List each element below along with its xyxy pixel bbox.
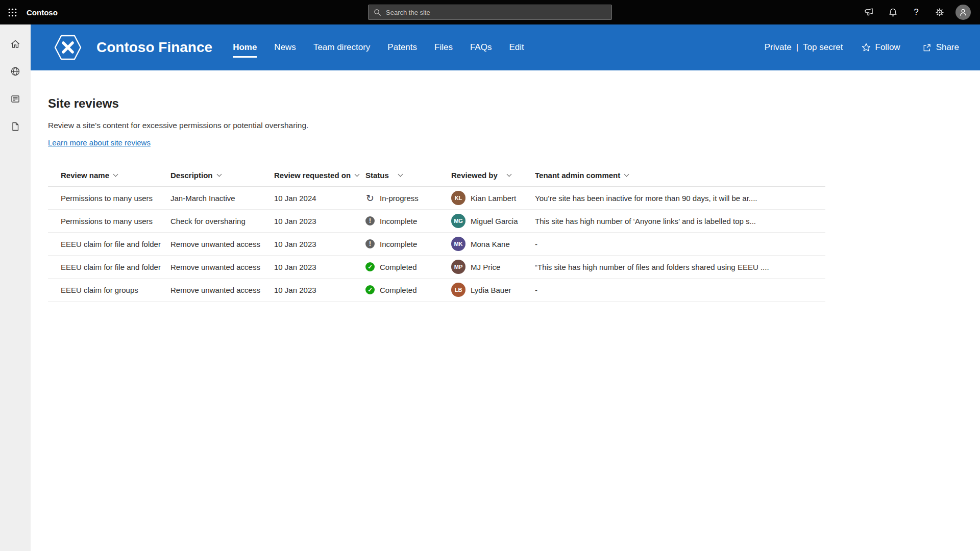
reviewer-avatar: KL — [451, 191, 465, 205]
reviewer-name: Kian Lambert — [471, 194, 516, 203]
share-button[interactable]: Share — [919, 42, 962, 53]
reviewer-name: Miguel Garcia — [471, 217, 518, 226]
chevron-down-icon — [355, 172, 360, 177]
contoso-logo-icon — [53, 32, 83, 63]
nav-edit[interactable]: Edit — [509, 37, 524, 58]
column-header-reviewed-by[interactable]: Reviewed by — [451, 171, 535, 180]
account-button[interactable] — [951, 0, 975, 24]
announcements-button[interactable] — [857, 0, 881, 24]
suite-actions: ? — [857, 0, 980, 24]
comment-cell: You’re site has been inactive for more t… — [535, 194, 825, 203]
follow-button[interactable]: Follow — [859, 42, 903, 53]
chevron-down-icon — [398, 172, 403, 177]
reviewed-by-cell: MK Mona Kane — [451, 237, 535, 251]
nav-files[interactable]: Files — [434, 37, 453, 58]
reviewer-name: Mona Kane — [471, 240, 510, 248]
bell-icon — [888, 8, 898, 17]
comment-cell: - — [535, 240, 825, 248]
status-cell: Completed — [365, 285, 451, 294]
status-label: Completed — [380, 286, 417, 294]
appbar-news-button[interactable] — [4, 88, 27, 110]
privacy-group: Private | Top secret — [765, 42, 843, 53]
table-row[interactable]: EEEU claim for file and folder Remove un… — [48, 233, 825, 256]
table-row[interactable]: Permissions to many users Check for over… — [48, 210, 825, 233]
column-label: Reviewed by — [451, 171, 498, 180]
star-icon — [862, 43, 871, 52]
requested-on-cell: 10 Jan 2023 — [274, 286, 365, 294]
privacy-separator: | — [796, 42, 798, 53]
settings-button[interactable] — [928, 0, 951, 24]
globe-icon — [10, 66, 21, 77]
reviewer-name: Lydia Bauer — [471, 286, 511, 294]
share-icon — [922, 43, 932, 53]
status-label: In-progress — [380, 194, 419, 203]
table-row[interactable]: EEEU claim for groups Remove unwanted ac… — [48, 279, 825, 302]
description-cell: Remove unwanted access — [170, 263, 274, 271]
column-label: Status — [365, 171, 389, 180]
appbar-sites-button[interactable] — [4, 60, 27, 83]
chevron-down-icon — [216, 172, 222, 177]
table-row[interactable]: EEEU claim for file and folder Remove un… — [48, 256, 825, 279]
status-in-progress-icon — [365, 193, 375, 203]
status-label: Incomplete — [380, 217, 417, 226]
comment-cell: This site has high number of ‘Anyone lin… — [535, 217, 825, 226]
megaphone-icon — [864, 7, 874, 17]
status-completed-icon — [365, 262, 375, 271]
review-name-cell: EEEU claim for file and folder — [48, 240, 170, 248]
column-label: Review name — [61, 171, 109, 180]
page-title: Site reviews — [48, 96, 980, 111]
person-icon — [959, 8, 968, 17]
column-header-tenant-admin-comment[interactable]: Tenant admin comment — [535, 171, 825, 180]
chevron-down-icon — [624, 172, 629, 177]
column-header-requested-on[interactable]: Review requested on — [274, 171, 365, 180]
nav-patents[interactable]: Patents — [387, 37, 417, 58]
reviewer-avatar: MK — [451, 237, 465, 251]
description-cell: Remove unwanted access — [170, 286, 274, 294]
reviews-table: Review name Description Review requested… — [48, 164, 825, 302]
site-title[interactable]: Contoso Finance — [96, 39, 212, 56]
nav-team-directory[interactable]: Team directory — [313, 37, 370, 58]
status-cell: Incomplete — [365, 239, 451, 248]
help-button[interactable]: ? — [904, 0, 928, 24]
site-logo[interactable] — [53, 32, 83, 63]
status-cell: Incomplete — [365, 216, 451, 226]
requested-on-cell: 10 Jan 2023 — [274, 240, 365, 248]
privacy-status[interactable]: Private — [765, 42, 792, 53]
learn-more-link[interactable]: Learn more about site reviews — [48, 138, 151, 148]
status-incomplete-icon — [365, 239, 375, 248]
app-launcher-button[interactable] — [0, 0, 24, 24]
reviewer-avatar: MG — [451, 214, 465, 228]
column-header-description[interactable]: Description — [170, 171, 274, 180]
status-label: Completed — [380, 263, 417, 271]
comment-cell: “This site has high number of files and … — [535, 263, 825, 271]
header-actions: Private | Top secret Follow Share — [765, 42, 962, 53]
sensitivity-label[interactable]: Top secret — [803, 42, 843, 53]
home-icon — [10, 38, 21, 49]
review-name-cell: EEEU claim for groups — [48, 286, 170, 294]
column-header-review-name[interactable]: Review name — [48, 171, 170, 180]
nav-faqs[interactable]: FAQs — [470, 37, 492, 58]
column-label: Tenant admin comment — [535, 171, 620, 180]
description-cell: Check for oversharing — [170, 217, 274, 226]
nav-home[interactable]: Home — [233, 37, 257, 58]
chevron-down-icon — [113, 172, 118, 177]
notifications-button[interactable] — [881, 0, 904, 24]
suite-app-name: Contoso — [27, 8, 58, 17]
table-header-row: Review name Description Review requested… — [48, 164, 825, 187]
column-header-status[interactable]: Status — [365, 171, 451, 180]
search-placeholder: Search the site — [386, 9, 430, 16]
share-label: Share — [936, 42, 959, 53]
review-name-cell: Permissions to many users — [48, 217, 170, 226]
search-icon — [374, 9, 381, 16]
news-icon — [10, 93, 21, 105]
reviewer-avatar: MP — [451, 260, 465, 274]
column-label: Description — [170, 171, 213, 180]
search-input[interactable]: Search the site — [368, 5, 612, 20]
appbar-home-button[interactable] — [4, 33, 27, 55]
status-cell: Completed — [365, 262, 451, 271]
app-bar — [0, 24, 31, 551]
reviewed-by-cell: MG Miguel Garcia — [451, 214, 535, 228]
appbar-files-button[interactable] — [4, 115, 27, 138]
nav-news[interactable]: News — [274, 37, 296, 58]
table-row[interactable]: Permissions to many users Jan-March Inac… — [48, 187, 825, 210]
